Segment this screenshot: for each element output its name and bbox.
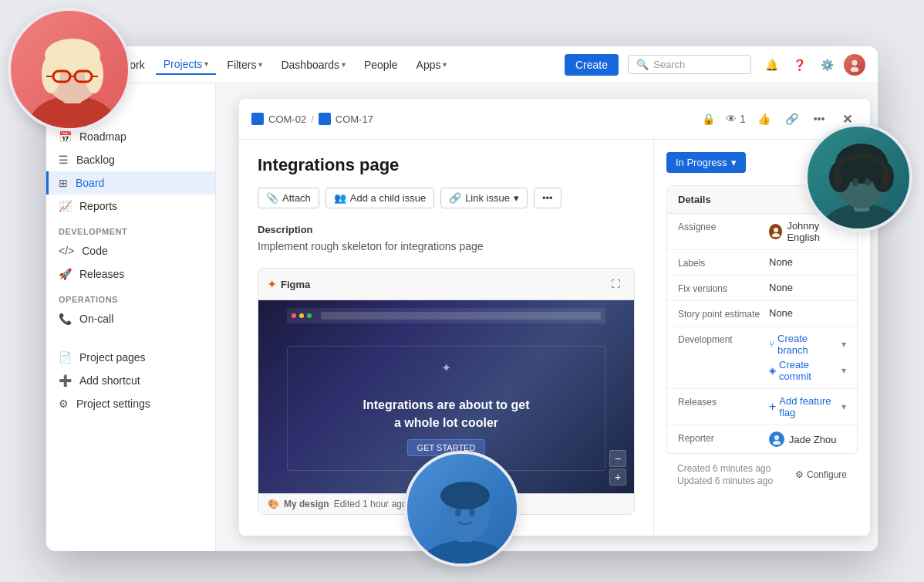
create-commit-link[interactable]: Create commit [779,359,838,382]
releases-icon: 🚀 [59,268,72,280]
user-avatar[interactable] [844,54,865,76]
svg-point-11 [85,55,103,93]
svg-point-4 [774,435,779,440]
notifications-button[interactable]: 🔔 [760,54,782,76]
sidebar-label-reports: Reports [79,200,117,212]
attach-button[interactable]: 📎 Attach [258,188,319,208]
development-label: Development [678,333,763,345]
sidebar-item-releases[interactable]: 🚀 Releases [46,262,215,286]
reporter-label: Reporter [678,431,763,444]
detail-reporter-row: Reporter Jade Zhou [667,425,857,453]
add-child-issue-button[interactable]: 👥 Add a child issue [325,188,434,208]
svg-point-3 [772,233,780,237]
top-navigation: Your work Projects ▾ Filters ▾ Dashboard… [46,46,878,83]
figma-zoom-controls: − + [609,450,626,486]
issue-toolbar: 📎 Attach 👥 Add a child issue 🔗 Link issu… [258,188,635,208]
figma-zoom-in-button[interactable]: + [609,469,626,486]
share-icon[interactable]: 🔗 [781,108,802,130]
link-issue-button[interactable]: 🔗 Link issue ▾ [440,188,528,208]
lock-icon[interactable]: 🔒 [697,108,719,130]
svg-rect-26 [882,173,889,185]
figma-preview-text: Integrations are about to get a whole lo… [363,397,529,431]
releases-detail-label: Releases [678,395,763,408]
reporter-value: Jade Zhou [769,431,836,447]
sidebar-label-code: Code [82,245,107,257]
sidebar-item-reports[interactable]: 📈 Reports [46,195,215,218]
commit-icon: ◈ [769,365,776,376]
link-chevron-icon: ▾ [514,192,519,204]
issue-title: Integrations page [258,155,635,175]
releases-value: + Add feature flag ▾ [769,395,846,418]
create-button[interactable]: Create [565,54,619,76]
watch-icon[interactable]: 👁 1 [725,108,747,130]
link-icon: 🔗 [449,192,461,204]
figma-dot-yellow [299,313,304,318]
svg-point-32 [469,509,475,516]
svg-point-30 [440,482,490,509]
modal-footer: Created 6 minutes ago Updated 6 minutes … [666,454,858,496]
figma-url-bar [321,312,602,320]
board-icon: ⊞ [59,177,68,189]
configure-button[interactable]: ⚙ Configure [795,469,847,480]
status-button[interactable]: In Progress ▾ [666,152,746,173]
nav-apps[interactable]: Apps ▾ [409,56,455,74]
figma-logo-icon: ✦ [268,279,276,290]
figma-dot-green [307,313,312,318]
more-toolbar-button[interactable]: ••• [534,188,561,208]
detail-releases-row: Releases + Add feature flag ▾ [667,389,857,425]
attach-icon: 📎 [266,192,278,204]
nav-dashboards[interactable]: Dashboards ▾ [273,56,353,74]
svg-point-2 [774,228,778,232]
add-feature-icon: + [769,400,776,414]
sidebar-item-oncall[interactable]: 📞 On-call [46,307,215,330]
sidebar-label-settings: Project settings [76,398,150,410]
breadcrumb-item-1[interactable]: COM-02 [268,113,306,125]
assignee-label: Assignee [678,220,763,232]
sidebar-label-roadmap: Roadmap [79,130,126,143]
labels-value: None [769,256,793,268]
roadmap-icon: 📅 [59,130,72,143]
branch-expand-icon[interactable]: ▾ [841,339,846,350]
svg-point-5 [773,441,781,445]
svg-rect-25 [834,173,841,185]
settings-sidebar-icon: ⚙ [59,398,69,410]
avatar-blue-person [404,451,520,567]
figma-zoom-out-button[interactable]: − [609,450,626,467]
avatar-teal-person [804,124,912,232]
nav-people[interactable]: People [356,56,406,74]
thumbsup-icon[interactable]: 👍 [753,108,774,130]
svg-point-1 [851,66,859,71]
sidebar-label-pages: Project pages [79,351,146,364]
detail-story-point-row: Story point estimate None [667,301,857,327]
reporter-avatar [769,431,784,447]
feature-expand-icon[interactable]: ▾ [841,401,846,412]
sidebar-item-backlog[interactable]: ☰ Backlog [46,148,215,171]
add-feature-link[interactable]: Add feature flag [779,395,838,418]
breadcrumb-separator: / [311,113,314,125]
help-button[interactable]: ❓ [788,54,810,76]
nav-filters[interactable]: Filters ▾ [219,56,270,74]
create-branch-link[interactable]: Create branch [777,333,838,356]
updated-text: Updated 6 minutes ago [677,475,773,486]
sidebar-item-board[interactable]: ⊞ Board [46,171,215,195]
sidebar-item-add-shortcut[interactable]: ➕ Add shortcut [46,369,215,392]
pages-icon: 📄 [59,351,72,364]
commit-expand-icon[interactable]: ▾ [841,365,846,376]
story-point-value: None [769,307,793,319]
svg-point-31 [455,509,461,516]
oncall-icon: 📞 [59,313,72,325]
svg-point-10 [42,55,60,93]
sidebar-item-project-pages[interactable]: 📄 Project pages [46,346,215,369]
sidebar-item-settings[interactable]: ⚙ Project settings [46,392,215,415]
sidebar-item-code[interactable]: </> Code [46,239,215,262]
svg-point-24 [865,178,871,186]
more-icon[interactable]: ••• [808,108,830,130]
figma-sparkle-icon: ✦ [441,360,451,375]
figma-expand-button[interactable]: ⛶ [606,275,625,293]
search-box[interactable]: 🔍 Search [628,55,751,74]
sidebar-label-board: Board [76,177,104,189]
settings-button[interactable]: ⚙️ [816,54,838,76]
breadcrumb-item-2[interactable]: COM-17 [336,113,373,125]
nav-projects[interactable]: Projects ▾ [156,55,217,75]
figma-header: ✦ Figma ⛶ [258,269,634,300]
